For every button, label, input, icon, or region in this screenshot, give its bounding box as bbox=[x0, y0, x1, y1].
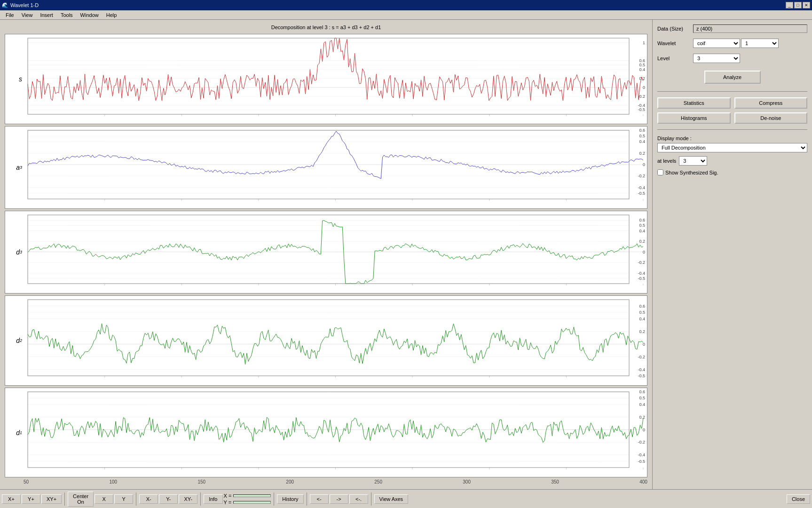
chart-label-d1: d1 bbox=[5, 388, 24, 477]
show-synth-label[interactable]: Show Synthesized Sig. bbox=[665, 170, 718, 175]
separator-5 bbox=[307, 492, 307, 506]
y-value-display bbox=[233, 501, 271, 504]
separator-3 bbox=[200, 492, 201, 506]
wavelet-label: Wavelet bbox=[657, 40, 690, 46]
chart-panel-d3: d3 bbox=[5, 211, 647, 294]
signal-canvas-a3 bbox=[24, 127, 647, 208]
x-label-200: 200 bbox=[286, 479, 294, 484]
x-label-350: 350 bbox=[551, 479, 559, 484]
yminus-button[interactable]: Y- bbox=[159, 494, 178, 504]
view-axes-button[interactable]: View Axes bbox=[374, 494, 409, 504]
level-label: Level bbox=[657, 56, 690, 61]
info-button[interactable]: Info bbox=[204, 494, 222, 504]
levels-select[interactable]: 3 bbox=[679, 156, 707, 166]
chart-title: Decomposition at level 3 : s = a3 + d3 +… bbox=[5, 24, 647, 30]
separator-1 bbox=[64, 492, 65, 506]
signal-canvas-d3 bbox=[24, 211, 647, 293]
x-value-display bbox=[233, 494, 271, 497]
minimize-button[interactable]: _ bbox=[786, 2, 793, 8]
stats-compress-row: Statistics Compress bbox=[657, 97, 807, 109]
show-synth-checkbox[interactable] bbox=[657, 169, 663, 175]
x-label-250: 250 bbox=[374, 479, 382, 484]
level-row: Level 3 bbox=[657, 54, 807, 63]
close-button[interactable]: ✕ bbox=[803, 2, 810, 8]
title-bar-controls: _ □ ✕ bbox=[786, 2, 810, 8]
hist-denoise-row: Histograms De-noise bbox=[657, 112, 807, 124]
xplus-button[interactable]: X+ bbox=[2, 494, 21, 504]
divider-1 bbox=[657, 91, 807, 92]
display-mode-label: Display mode : bbox=[657, 135, 807, 141]
menu-view[interactable]: View bbox=[18, 11, 37, 19]
bottom-toolbar: X+ Y+ XY+ Center On X Y X- Y- XY- Info X… bbox=[0, 489, 812, 508]
back-button[interactable]: <- bbox=[310, 494, 329, 504]
forward-button[interactable]: -> bbox=[330, 494, 348, 504]
statistics-button[interactable]: Statistics bbox=[657, 97, 731, 109]
analyze-button[interactable]: Analyze bbox=[704, 71, 761, 84]
menu-bar: File View Insert Tools Window Help bbox=[0, 10, 812, 20]
signal-canvas-d2 bbox=[24, 296, 647, 385]
back2-button[interactable]: <-. bbox=[349, 494, 368, 504]
chart-canvas-d2 bbox=[24, 296, 647, 385]
chart-canvas-d1 bbox=[24, 388, 647, 477]
separator-2 bbox=[136, 492, 136, 506]
chart-panel-s: s bbox=[5, 34, 647, 124]
y-display-row: Y = bbox=[224, 500, 271, 505]
x-label-100: 100 bbox=[109, 479, 117, 484]
at-levels-label: at levels bbox=[657, 158, 676, 164]
chart-canvas-s bbox=[24, 34, 647, 124]
maximize-button[interactable]: □ bbox=[794, 2, 802, 8]
right-panel: Data (Size) z (400) Wavelet coif 1 Level… bbox=[652, 20, 812, 489]
wavelet-select-sub[interactable]: 1 bbox=[741, 39, 779, 48]
chart-label-d2: d2 bbox=[5, 296, 24, 385]
chart-panel-d1: d1 bbox=[5, 388, 647, 477]
title-bar: 🌊 Wavelet 1-D _ □ ✕ bbox=[0, 0, 812, 10]
histograms-button[interactable]: Histograms bbox=[657, 112, 731, 124]
menu-file[interactable]: File bbox=[2, 11, 18, 19]
center-on-button[interactable]: Center On bbox=[68, 492, 94, 507]
wavelet-controls: coif 1 bbox=[693, 39, 779, 48]
main-container: Decomposition at level 3 : s = a3 + d3 +… bbox=[0, 20, 812, 489]
data-row: Data (Size) z (400) bbox=[657, 24, 807, 33]
menu-tools[interactable]: Tools bbox=[57, 11, 77, 19]
window-title: Wavelet 1-D bbox=[10, 2, 39, 8]
wavelet-select-main[interactable]: coif bbox=[693, 39, 740, 48]
x-axis-labels: 50 100 150 200 250 300 350 400 bbox=[5, 479, 647, 484]
chart-label-s: s bbox=[5, 34, 24, 124]
display-mode-select[interactable]: Full Decomposition bbox=[657, 143, 807, 152]
xminus-button[interactable]: X- bbox=[139, 494, 158, 504]
separator-6 bbox=[371, 492, 371, 506]
xy-display: X = Y = bbox=[224, 493, 271, 505]
chart-canvas-a3 bbox=[24, 127, 647, 208]
chart-panel-d2: d2 bbox=[5, 295, 647, 386]
x-label-50: 50 bbox=[24, 479, 29, 484]
separator-4 bbox=[274, 492, 274, 506]
signal-canvas-s bbox=[24, 34, 647, 124]
yplus-button[interactable]: Y+ bbox=[22, 494, 40, 504]
menu-insert[interactable]: Insert bbox=[36, 11, 57, 19]
y-button[interactable]: Y bbox=[114, 494, 133, 504]
app-icon: 🌊 bbox=[2, 2, 8, 8]
menu-help[interactable]: Help bbox=[102, 11, 121, 19]
at-levels-row: at levels 3 bbox=[657, 156, 807, 166]
chart-area: Decomposition at level 3 : s = a3 + d3 +… bbox=[0, 20, 652, 489]
x-button[interactable]: X bbox=[95, 494, 113, 504]
show-synth-row: Show Synthesized Sig. bbox=[657, 169, 807, 175]
xyminus-button[interactable]: XY- bbox=[179, 494, 197, 504]
xyplus-button[interactable]: XY+ bbox=[41, 494, 62, 504]
chart-panel-a3: a3 bbox=[5, 126, 647, 209]
chart-label-a3: a3 bbox=[5, 127, 24, 208]
wavelet-row: Wavelet coif 1 bbox=[657, 39, 807, 48]
close-button-toolbar[interactable]: Close bbox=[787, 494, 810, 504]
chart-label-d3: d3 bbox=[5, 211, 24, 293]
denoise-button[interactable]: De-noise bbox=[734, 112, 808, 124]
history-button[interactable]: History bbox=[277, 494, 303, 504]
divider-2 bbox=[657, 129, 807, 130]
level-select[interactable]: 3 bbox=[693, 54, 740, 63]
data-label: Data (Size) bbox=[657, 26, 690, 32]
compress-button[interactable]: Compress bbox=[734, 97, 808, 109]
x-label-150: 150 bbox=[197, 479, 205, 484]
y-eq-label: Y = bbox=[224, 500, 232, 505]
menu-window[interactable]: Window bbox=[77, 11, 102, 19]
x-label-300: 300 bbox=[463, 479, 471, 484]
display-mode-section: Display mode : Full Decomposition bbox=[657, 135, 807, 152]
